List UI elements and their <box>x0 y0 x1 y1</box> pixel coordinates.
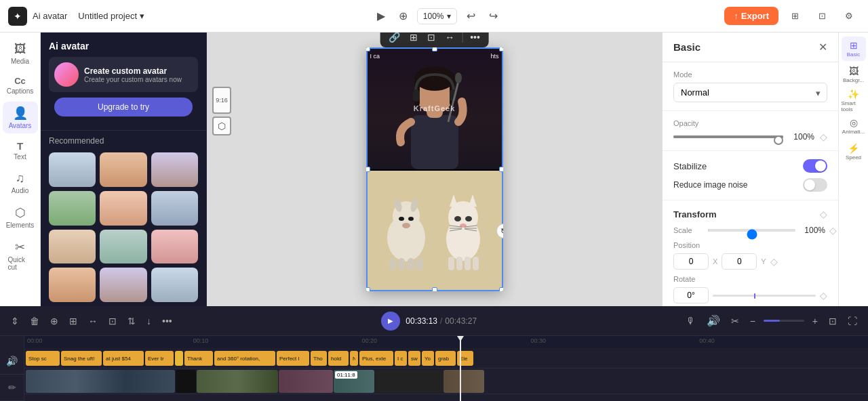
video-clip-4[interactable] <box>443 370 484 393</box>
timeline-delete-btn[interactable]: 🗑 <box>27 313 42 329</box>
upgrade-button[interactable]: Upgrade to try <box>54 98 193 117</box>
target-button[interactable]: ⊕ <box>395 7 412 25</box>
sidebar-item-avatars[interactable]: 👤 Avatars <box>3 102 38 133</box>
subtitle-clip-4[interactable] <box>175 351 183 366</box>
sidebar-item-text[interactable]: T Text <box>3 136 38 165</box>
rotate-input[interactable] <box>673 287 709 303</box>
position-y-input[interactable] <box>722 253 757 270</box>
timeline-flip-btn[interactable]: ↔ <box>85 313 100 329</box>
avatar-card-2[interactable]: Lila in the w... <box>151 152 198 187</box>
sidebar-item-media[interactable]: 🖼 Media <box>3 38 38 69</box>
scale-reset-button[interactable]: ◇ <box>829 225 837 236</box>
side-tab-animate[interactable]: ◎ Animati... <box>842 114 866 138</box>
side-tab-background[interactable]: 🖼 Backgr... <box>842 62 866 87</box>
timeline-sort-btn[interactable]: ⇅ <box>125 313 138 329</box>
video-canvas-frame[interactable]: I ca hts <box>366 47 503 291</box>
subtitle-clip-8[interactable]: Tho <box>311 351 327 366</box>
rotate-reset-button[interactable]: ◇ <box>820 290 827 301</box>
float-crop-btn[interactable]: ⊞ <box>406 33 421 45</box>
layout-button-2[interactable]: ⊡ <box>811 5 833 27</box>
avatar-card-0[interactable]: Carlie in th... <box>49 152 96 187</box>
subtitle-clip-12[interactable]: I c <box>395 351 407 366</box>
position-x-input[interactable] <box>673 253 709 270</box>
export-button[interactable]: ↑ Export <box>724 7 778 25</box>
playhead[interactable] <box>460 336 461 401</box>
subtitle-clip-11[interactable]: Plus, exte <box>359 351 393 366</box>
avatar-card-5[interactable]: Zoro in a liv... <box>151 191 198 226</box>
mode-select[interactable]: Normal Multiply Screen Overlay <box>673 83 827 102</box>
subtitle-clip-2[interactable]: at just $54 <box>103 351 144 366</box>
video-clip-2[interactable] <box>279 370 333 393</box>
zoom-selector[interactable]: 100% ▾ <box>417 8 457 24</box>
zoom-out-btn[interactable]: − <box>747 313 758 329</box>
subtitle-clip-9[interactable]: hold <box>328 351 349 366</box>
avatar-card-8[interactable]: Kwame in a... <box>151 230 198 264</box>
avatar-section-label: Recommended <box>41 131 206 148</box>
sidebar-item-elements[interactable]: ⬡ Elements <box>3 201 38 233</box>
side-tab-smart[interactable]: ✨ Smart tools <box>842 88 866 112</box>
avatar-card-9[interactable]: Avatar <box>49 268 96 302</box>
video-clip-3[interactable]: 01:11:8 <box>334 370 374 393</box>
undo-button[interactable]: ↩ <box>462 7 479 25</box>
subtitle-clip-7[interactable]: Perfect I <box>277 351 309 366</box>
video-clip-1[interactable] <box>197 370 278 393</box>
timeline-crop-btn[interactable]: ⊞ <box>66 313 80 329</box>
timeline-more-btn[interactable]: ••• <box>159 313 175 329</box>
fullscreen-btn[interactable]: ⛶ <box>845 313 860 329</box>
side-tab-basic[interactable]: ⊞ Basic <box>842 37 866 61</box>
avatar-card-7[interactable]: Zoro in the ... <box>100 230 146 264</box>
subtitle-clip-5[interactable]: Thank <box>184 351 213 366</box>
avatar-card-10[interactable]: Avatar <box>100 268 146 302</box>
props-close-button[interactable]: ✕ <box>818 41 827 54</box>
avatar-card-3[interactable]: Lewis outd... <box>49 191 96 226</box>
timeline-duplicate-btn[interactable]: ⊕ <box>47 313 61 329</box>
timeline-play-button[interactable]: ▶ <box>381 312 400 331</box>
avatar-card-6[interactable]: Carlie in th... <box>49 230 96 264</box>
position-reset-button[interactable]: ◇ <box>770 256 778 267</box>
timeline-align-btn[interactable]: ⊡ <box>106 313 119 329</box>
float-link-btn[interactable]: 🔗 <box>385 33 403 45</box>
stabilize-toggle[interactable] <box>803 159 827 173</box>
layout-button-1[interactable]: ⊞ <box>784 5 806 27</box>
sidebar-item-quickcut[interactable]: ✂ Quick cut <box>3 236 38 275</box>
subtitle-clip-10[interactable]: N <box>350 351 358 366</box>
mic-button[interactable]: 🎙 <box>684 313 698 329</box>
reduce-noise-toggle[interactable] <box>803 178 827 192</box>
timeline-download-btn[interactable]: ↓ <box>144 313 154 329</box>
play-button[interactable]: ▶ <box>373 7 389 25</box>
video-clip-dark[interactable] <box>375 370 443 393</box>
transform-reset-button[interactable]: ◇ <box>820 209 827 219</box>
video-clip-0[interactable] <box>26 370 175 393</box>
zoom-in-btn[interactable]: + <box>810 313 821 329</box>
float-more-btn[interactable]: ••• <box>467 33 484 45</box>
fit-btn[interactable]: ⊡ <box>826 313 840 329</box>
float-transform-btn[interactable]: ⊡ <box>424 33 439 45</box>
subtitle-text-1: Snag the uft! <box>64 356 94 362</box>
subtitle-clip-13[interactable]: sw <box>408 351 420 366</box>
float-flip-btn[interactable]: ↔ <box>441 33 458 45</box>
redo-button[interactable]: ↪ <box>485 7 502 25</box>
avatar-card-4[interactable]: Lara outdo... <box>100 191 146 226</box>
subtitle-clip-15[interactable]: grab <box>435 351 456 366</box>
opacity-reset-button[interactable]: ◇ <box>820 131 827 142</box>
subtitle-clip-0[interactable]: Stop sc <box>26 351 60 366</box>
subtitle-clip-1[interactable]: Snag the uft! <box>61 351 102 366</box>
settings-button[interactable]: ⚙ <box>838 5 860 27</box>
avatar-card-1[interactable]: Sabrina in a... <box>100 152 146 187</box>
sidebar-item-captions[interactable]: Cc Captions <box>3 72 38 99</box>
opacity-slider[interactable] <box>673 135 783 138</box>
scale-slider[interactable] <box>708 229 795 232</box>
voice-button[interactable]: 🔊 <box>704 312 723 330</box>
split-clip-btn[interactable]: ✂ <box>728 313 742 329</box>
subtitle-clip-3[interactable]: Ever tr <box>145 351 174 366</box>
timeline-split-btn[interactable]: ⇕ <box>8 313 22 329</box>
video-clip-black[interactable] <box>176 370 196 393</box>
project-dropdown-icon: ▾ <box>140 11 144 21</box>
rotation-handle[interactable]: ↻ <box>496 224 503 238</box>
avatar-card-11[interactable]: Avatar <box>151 268 198 302</box>
subtitle-clip-14[interactable]: Yo <box>422 351 434 366</box>
project-selector[interactable]: Untitled project ▾ <box>73 8 150 24</box>
sidebar-item-audio[interactable]: ♫ Audio <box>3 167 38 198</box>
side-tab-speed[interactable]: ⚡ Speed <box>842 140 866 164</box>
subtitle-clip-6[interactable]: and 360° rotation, <box>214 351 275 366</box>
